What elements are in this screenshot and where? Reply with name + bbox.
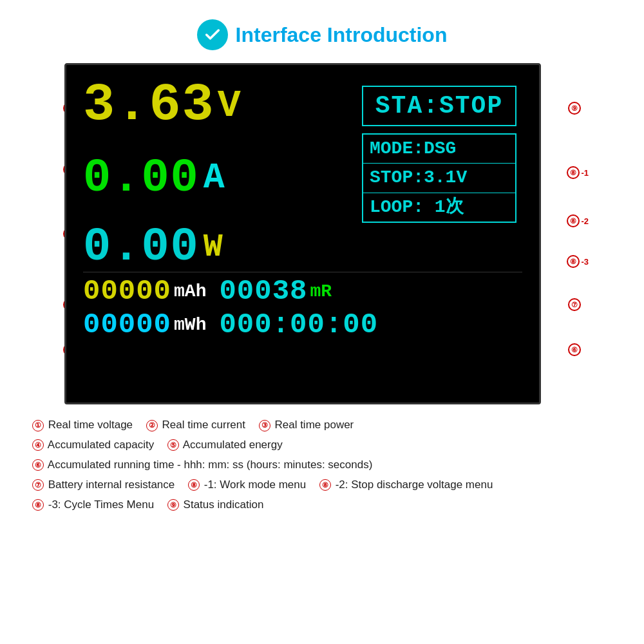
loop-text: LOOP: 1次: [363, 193, 515, 222]
current-row: 0.00 A MODE:DSG STOP:3.1V LOOP: 1次: [83, 133, 522, 223]
current-unit: A: [204, 160, 225, 196]
circle-4: ④: [32, 439, 44, 451]
circle-8b: ⑧: [319, 479, 331, 491]
desc-mode-menu: ⑧ -1: Work mode menu: [188, 478, 309, 491]
circle-7: ⑦: [32, 479, 44, 491]
desc-status: ⑨ Status indication: [167, 498, 263, 511]
mode-text: MODE:DSG: [363, 135, 515, 164]
time-value: 000:00:00: [219, 308, 378, 341]
circle-8: ⑧: [188, 479, 200, 491]
mode-box: MODE:DSG STOP:3.1V LOOP: 1次: [362, 133, 516, 223]
desc-power: ③ Real time power: [259, 419, 354, 431]
circle-2: ②: [146, 420, 158, 431]
lcd-display: 3.63 V STA:STOP 0.00 A MODE:DSG: [64, 63, 541, 404]
label-8-1: ⑧-1: [567, 166, 589, 179]
page-title: Interface Introduction: [236, 23, 448, 47]
desc-current: ② Real time current: [146, 419, 249, 431]
capacity-row: 00000 mAh 00038 mR: [83, 272, 522, 307]
energy-value: 00000: [83, 308, 171, 341]
desc-line-5: ⑧ -3: Cycle Times Menu ⑨ Status indicati…: [32, 496, 612, 515]
desc-line-2: ④ Accumulated capacity ⑤ Accumulated ene…: [32, 436, 612, 455]
current-value: 0.00: [83, 155, 200, 202]
voltage-value: 3.63: [83, 79, 215, 132]
voltage-panel: 3.63 V: [83, 79, 356, 132]
energy-row: 00000 mWh 000:00:00: [83, 308, 522, 341]
circle-8c: ⑧: [32, 499, 44, 511]
desc-cycle-menu: ⑧ -3: Cycle Times Menu: [32, 498, 157, 511]
check-icon: [197, 19, 228, 50]
capacity-unit: mAh: [174, 281, 206, 301]
current-panel: 0.00 A: [83, 155, 356, 202]
circle-1: ①: [32, 420, 44, 431]
sta-box: STA:STOP: [362, 86, 516, 126]
desc-stop-menu: ⑧ -2: Stop discharge voltage menu: [319, 478, 493, 491]
power-value: 0.00: [83, 224, 200, 270]
lcd-grid: 3.63 V STA:STOP 0.00 A MODE:DSG: [74, 73, 531, 347]
circle-3: ③: [259, 420, 270, 431]
desc-line-4: ⑦ Battery internal resistance ⑧ -1: Work…: [32, 476, 612, 495]
circle-9: ⑨: [167, 499, 179, 511]
resistance-value: 00038: [219, 275, 307, 307]
desc-energy: ⑤ Accumulated energy: [167, 439, 283, 451]
desc-resistance: ⑦ Battery internal resistance: [32, 478, 178, 491]
desc-capacity: ④ Accumulated capacity: [32, 439, 157, 451]
resistance-unit: mR: [310, 281, 332, 301]
header: Interface Introduction: [197, 19, 448, 50]
power-unit: W: [204, 231, 223, 263]
label-7: ⑦: [568, 298, 581, 311]
mode-panel: MODE:DSG STOP:3.1V LOOP: 1次: [356, 133, 522, 223]
energy-unit: mWh: [174, 315, 206, 335]
power-row: 0.00 W: [83, 224, 522, 270]
label-9: ⑨: [568, 102, 581, 115]
description-block: ① Real time voltage ② Real time current …: [32, 416, 612, 515]
capacity-value: 00000: [83, 275, 171, 307]
sta-panel: STA:STOP: [356, 86, 522, 126]
stop-voltage-text: STOP:3.1V: [363, 164, 515, 193]
sta-text: STA:STOP: [375, 92, 503, 120]
circle-5: ⑤: [167, 439, 179, 451]
label-8-3: ⑧-3: [567, 255, 589, 268]
screen-wrapper: ① ② ③ ④ ⑤ ⑨ ⑧-1 ⑧-2 ⑧-3 ⑦ ⑥ 3.63 V: [64, 63, 580, 404]
voltage-row: 3.63 V STA:STOP: [83, 79, 522, 132]
desc-line-1: ① Real time voltage ② Real time current …: [32, 416, 612, 435]
desc-line-3: ⑥ Accumulated running time - hhh: mm: ss…: [32, 456, 612, 475]
power-panel: 0.00 W: [83, 224, 356, 270]
label-8-2: ⑧-2: [567, 214, 589, 227]
label-6: ⑥: [568, 343, 581, 356]
desc-voltage: ① Real time voltage: [32, 419, 136, 431]
voltage-unit: V: [218, 86, 241, 125]
circle-6: ⑥: [32, 459, 44, 471]
